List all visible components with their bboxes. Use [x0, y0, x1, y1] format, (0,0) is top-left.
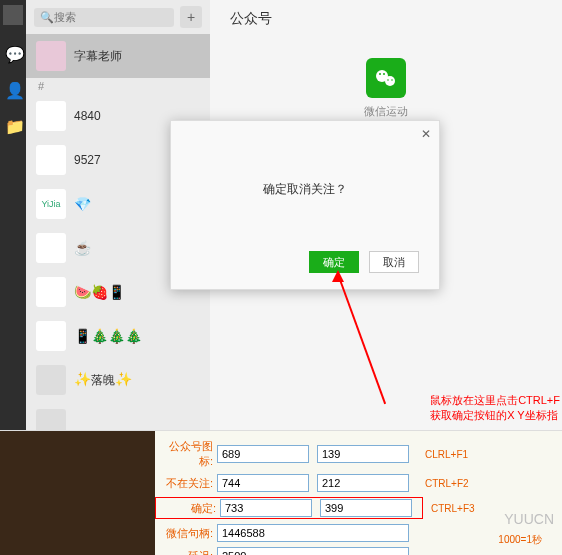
- avatar: [36, 365, 66, 395]
- diamond-icon: 💎: [74, 196, 91, 212]
- svg-point-5: [391, 79, 393, 81]
- search-icon: 🔍: [40, 11, 54, 24]
- cancel-button[interactable]: 取消: [369, 251, 419, 273]
- svg-point-3: [383, 73, 385, 75]
- avatar: [36, 41, 66, 71]
- highlighted-row: 确定:: [155, 497, 423, 519]
- confirm-dialog: ✕ 确定取消关注？ 确定 取消: [170, 120, 440, 290]
- ok-x-input[interactable]: [220, 499, 312, 517]
- nf-x-input[interactable]: [217, 474, 309, 492]
- watermark: YUUCN: [504, 511, 554, 527]
- arrow-annotation: [332, 270, 344, 282]
- delay-input[interactable]: [217, 547, 409, 555]
- shortcut-label: CLRL+F1: [425, 449, 468, 460]
- nf-y-input[interactable]: [317, 474, 409, 492]
- contact-name: ✨落魄✨: [74, 371, 132, 389]
- icon-y-input[interactable]: [317, 445, 409, 463]
- form-label: 延迟:: [155, 549, 217, 556]
- contacts-icon[interactable]: 👤: [5, 81, 21, 97]
- shortcut-label: CTRL+F2: [425, 478, 469, 489]
- preview-image: [0, 431, 155, 555]
- avatar: [36, 277, 66, 307]
- avatar: [36, 145, 66, 175]
- close-icon[interactable]: ✕: [421, 127, 431, 141]
- search-box[interactable]: 🔍: [34, 8, 174, 27]
- form-label: 公众号图标:: [155, 439, 217, 469]
- svg-point-1: [385, 76, 395, 86]
- svg-point-2: [379, 73, 381, 75]
- svg-point-4: [387, 79, 389, 81]
- form-label: 确定:: [158, 501, 220, 516]
- annotation-text: 鼠标放在这里点击CTRL+F 获取确定按钮的X Y坐标指: [430, 393, 560, 424]
- chat-icon[interactable]: 💬: [5, 45, 21, 61]
- avatar: [36, 321, 66, 351]
- tree-icon: 📱🎄🎄🎄: [74, 328, 142, 344]
- secret-input[interactable]: [217, 524, 409, 542]
- dialog-message: 确定取消关注？: [171, 181, 439, 198]
- watermelon-icon: 🍉🍓📱: [74, 284, 125, 300]
- contact-name: 字幕老师: [74, 48, 122, 65]
- search-input[interactable]: [54, 11, 168, 23]
- contact-item[interactable]: ✨落魄✨: [26, 358, 210, 402]
- contact-name: 4840: [74, 109, 101, 123]
- folder-icon[interactable]: 📁: [5, 117, 21, 133]
- avatar: [36, 101, 66, 131]
- timing-label: 1000=1秒: [498, 533, 542, 547]
- form-label: 不在关注:: [155, 476, 217, 491]
- page-title: 公众号: [230, 10, 542, 28]
- section-header: #: [26, 78, 210, 94]
- contact-item[interactable]: 📱🎄🎄🎄: [26, 314, 210, 358]
- add-button[interactable]: +: [180, 6, 202, 28]
- user-avatar[interactable]: [3, 5, 23, 25]
- avatar: [36, 409, 66, 430]
- contact-item[interactable]: [26, 402, 210, 430]
- icon-x-input[interactable]: [217, 445, 309, 463]
- wechat-icon[interactable]: [366, 58, 406, 98]
- ok-y-input[interactable]: [320, 499, 412, 517]
- coffee-icon: ☕: [74, 240, 91, 256]
- contact-item[interactable]: 字幕老师: [26, 34, 210, 78]
- avatar: YiJia: [36, 189, 66, 219]
- form-label: 微信句柄:: [155, 526, 217, 541]
- account-label: 微信运动: [230, 104, 542, 119]
- contact-name: 9527: [74, 153, 101, 167]
- shortcut-label: CTRL+F3: [431, 503, 475, 514]
- avatar: [36, 233, 66, 263]
